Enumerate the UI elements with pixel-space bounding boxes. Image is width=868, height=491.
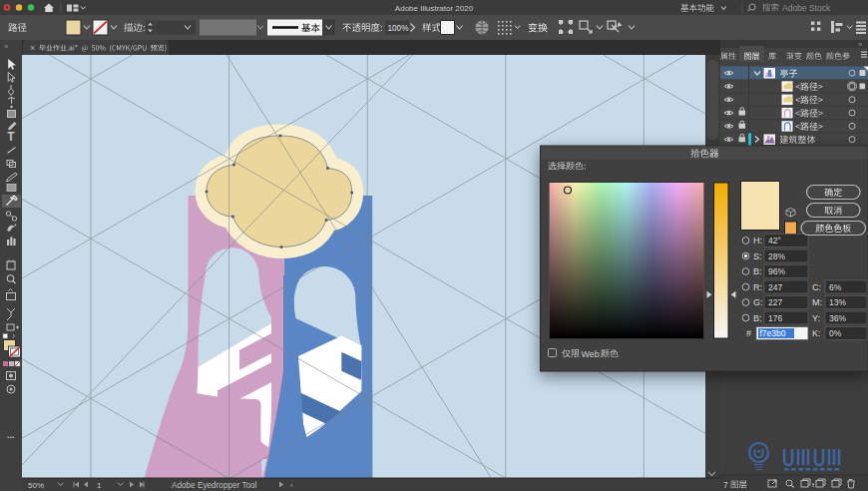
svg-text:#: # bbox=[746, 328, 751, 338]
svg-text:Adobe Illustrator 2020: Adobe Illustrator 2020 bbox=[395, 4, 474, 13]
svg-text:f7e3b0: f7e3b0 bbox=[760, 328, 786, 338]
svg-text:»: » bbox=[4, 42, 9, 51]
svg-text:R:: R: bbox=[753, 282, 762, 292]
svg-text:50%: 50% bbox=[28, 481, 44, 490]
svg-text:176: 176 bbox=[768, 313, 782, 323]
svg-text:Web: Web bbox=[582, 349, 600, 359]
svg-text:42°: 42° bbox=[768, 236, 781, 246]
svg-text:B:: B: bbox=[753, 313, 762, 323]
svg-text:T: T bbox=[7, 130, 15, 144]
svg-text:28%: 28% bbox=[768, 251, 785, 261]
svg-text:Y:: Y: bbox=[812, 313, 820, 323]
svg-text:...: ... bbox=[7, 430, 15, 440]
svg-text:S:: S: bbox=[753, 251, 762, 261]
svg-text:13%: 13% bbox=[829, 297, 846, 307]
svg-text:K:: K: bbox=[812, 328, 821, 338]
svg-text:C:: C: bbox=[812, 282, 821, 292]
svg-text:96%: 96% bbox=[768, 266, 785, 276]
svg-text:H:: H: bbox=[753, 236, 762, 246]
svg-text:Adobe Eyedropper Tool: Adobe Eyedropper Tool bbox=[172, 481, 257, 490]
svg-text:1: 1 bbox=[97, 481, 102, 490]
svg-text:100%: 100% bbox=[388, 24, 409, 33]
svg-text:B:: B: bbox=[753, 266, 762, 276]
svg-text:6%: 6% bbox=[829, 282, 842, 292]
svg-text:7: 7 bbox=[723, 480, 728, 490]
svg-text:M:: M: bbox=[812, 297, 822, 307]
svg-text:247: 247 bbox=[768, 282, 782, 292]
svg-text:227: 227 bbox=[768, 297, 782, 307]
svg-text:0%: 0% bbox=[829, 328, 842, 338]
svg-text:36%: 36% bbox=[829, 313, 846, 323]
svg-text:×: × bbox=[30, 43, 35, 53]
svg-text:G:: G: bbox=[753, 297, 763, 307]
svg-text:‹: ‹ bbox=[290, 480, 293, 490]
svg-text:»: » bbox=[858, 40, 863, 49]
svg-text:Adobe Stock: Adobe Stock bbox=[782, 3, 831, 13]
